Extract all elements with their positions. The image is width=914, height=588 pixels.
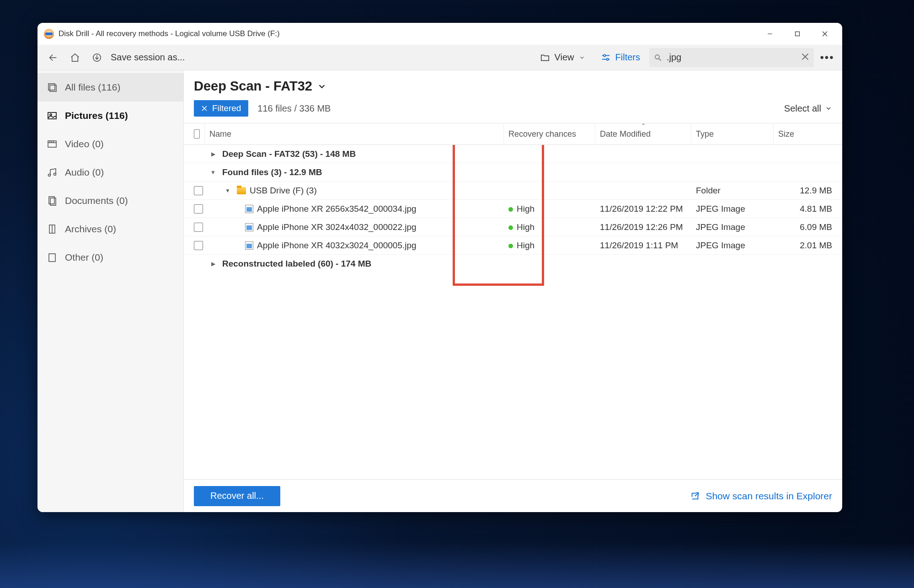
download-button[interactable] — [86, 47, 108, 69]
window-title: Disk Drill - All recovery methods - Logi… — [59, 29, 280, 38]
window-controls — [756, 23, 839, 45]
sidebar-item-label: Video (0) — [65, 139, 104, 150]
folder-type: Folder — [691, 186, 774, 196]
folder-icon — [237, 187, 246, 194]
svg-rect-17 — [48, 112, 56, 119]
group-row[interactable]: Deep Scan - FAT32 (53) - 148 MB — [184, 145, 842, 163]
sidebar-item-allfiles[interactable]: All files (116) — [37, 73, 183, 102]
footer: Recover all... Show scan results in Expl… — [184, 479, 842, 512]
row-checkbox[interactable] — [194, 223, 203, 232]
svg-rect-16 — [50, 85, 56, 91]
row-checkbox[interactable] — [194, 241, 203, 250]
file-size: 6.09 MB — [774, 222, 842, 232]
expand-icon[interactable] — [209, 261, 217, 267]
filters-button[interactable]: Filters — [594, 48, 647, 67]
svg-line-12 — [659, 59, 661, 61]
row-checkbox[interactable] — [194, 204, 203, 214]
col-modified[interactable]: ⌃Date Modified — [595, 123, 691, 144]
search-input[interactable] — [667, 52, 796, 63]
col-recovery[interactable]: Recovery chances — [504, 123, 595, 144]
scan-title: Deep Scan - FAT32 — [194, 79, 312, 94]
recovery-chance: High — [517, 204, 535, 214]
view-label: View — [555, 52, 574, 63]
recovery-chance: High — [517, 222, 535, 232]
sidebar-item-audio[interactable]: Audio (0) — [37, 158, 183, 187]
svg-point-11 — [655, 55, 659, 59]
image-file-icon — [245, 223, 253, 231]
svg-point-8 — [604, 54, 605, 56]
file-name: Apple iPhone XR 4032x3024_000005.jpg — [257, 241, 417, 251]
select-all-checkbox[interactable] — [194, 129, 200, 139]
main-panel: Deep Scan - FAT32 Filtered 116 files / 3… — [184, 70, 842, 512]
file-count: 116 files / 336 MB — [257, 103, 331, 114]
show-in-explorer-link[interactable]: Show scan results in Explorer — [690, 491, 832, 502]
file-row[interactable]: Apple iPhone XR 4032x3024_000005.jpg Hig… — [184, 236, 842, 255]
recover-all-button[interactable]: Recover all... — [194, 486, 280, 506]
col-type[interactable]: Type — [691, 123, 774, 144]
table-body: Deep Scan - FAT32 (53) - 148 MB Found fi… — [184, 145, 842, 479]
select-all-button[interactable]: Select all — [784, 103, 832, 114]
close-icon — [201, 105, 208, 112]
filters-label: Filters — [615, 52, 640, 63]
chevron-down-icon — [825, 105, 832, 112]
back-button[interactable] — [42, 47, 64, 69]
file-type: JPEG Image — [691, 241, 774, 251]
group-row[interactable]: Found files (3) - 12.9 MB — [184, 163, 842, 182]
select-all-label: Select all — [784, 103, 821, 114]
more-button[interactable]: ••• — [817, 51, 838, 64]
chevron-down-icon — [317, 81, 327, 91]
folder-row[interactable]: USB Drive (F) (3) Folder 12.9 MB — [184, 182, 842, 200]
expand-icon[interactable] — [209, 151, 217, 157]
svg-rect-15 — [48, 84, 55, 90]
video-icon — [47, 139, 58, 150]
sidebar-item-label: All files (116) — [65, 82, 120, 93]
maximize-button[interactable] — [784, 23, 811, 45]
group-label: Deep Scan - FAT32 (53) - 148 MB — [222, 149, 356, 159]
close-button[interactable] — [811, 23, 839, 45]
svg-point-10 — [606, 58, 608, 60]
svg-rect-30 — [49, 254, 55, 262]
sidebar-item-label: Archives (0) — [65, 224, 116, 235]
save-session-button[interactable]: Save session as... — [111, 52, 185, 63]
home-button[interactable] — [64, 47, 86, 69]
sidebar-item-pictures[interactable]: Pictures (116) — [37, 102, 183, 130]
minimize-button[interactable] — [756, 23, 784, 45]
svg-point-24 — [48, 174, 51, 176]
other-icon — [47, 252, 58, 263]
file-type: JPEG Image — [691, 222, 774, 232]
group-row[interactable]: Reconstructed labeled (60) - 174 MB — [184, 255, 842, 273]
app-icon — [44, 29, 54, 39]
folder-size: 12.9 MB — [774, 186, 842, 196]
sliders-icon — [601, 53, 611, 63]
search-box[interactable] — [649, 48, 814, 67]
file-date: 11/26/2019 1:11 PM — [595, 241, 691, 251]
titlebar: Disk Drill - All recovery methods - Logi… — [37, 23, 842, 45]
collapse-icon[interactable] — [224, 187, 231, 194]
group-label: Reconstructed labeled (60) - 174 MB — [222, 259, 371, 269]
status-dot-icon — [508, 207, 513, 212]
sidebar-item-documents[interactable]: Documents (0) — [37, 187, 183, 215]
search-icon — [654, 53, 662, 62]
scan-title-dropdown[interactable]: Deep Scan - FAT32 — [194, 79, 832, 94]
documents-icon — [47, 195, 58, 206]
clear-search-button[interactable] — [801, 53, 809, 63]
file-row[interactable]: Apple iPhone XR 3024x4032_000022.jpg Hig… — [184, 218, 842, 236]
col-name[interactable]: Name — [205, 123, 504, 144]
folder-name: USB Drive (F) (3) — [250, 186, 317, 196]
toolbar: Save session as... View Filters — [37, 45, 842, 70]
pictures-icon — [47, 110, 58, 121]
open-external-icon — [690, 491, 700, 501]
row-checkbox[interactable] — [194, 186, 203, 195]
sidebar-item-video[interactable]: Video (0) — [37, 130, 183, 158]
filtered-chip[interactable]: Filtered — [194, 100, 248, 117]
view-button[interactable]: View — [534, 48, 592, 67]
sidebar-item-other[interactable]: Other (0) — [37, 243, 183, 272]
sidebar-item-archives[interactable]: Archives (0) — [37, 215, 183, 243]
sidebar-item-label: Documents (0) — [65, 195, 128, 206]
group-label: Found files (3) - 12.9 MB — [222, 167, 322, 177]
col-size[interactable]: Size — [774, 123, 842, 144]
file-row[interactable]: Apple iPhone XR 2656x3542_000034.jpg Hig… — [184, 200, 842, 218]
app-window: Disk Drill - All recovery methods - Logi… — [37, 23, 842, 512]
collapse-icon[interactable] — [209, 169, 217, 176]
recovery-chance: High — [517, 241, 535, 250]
